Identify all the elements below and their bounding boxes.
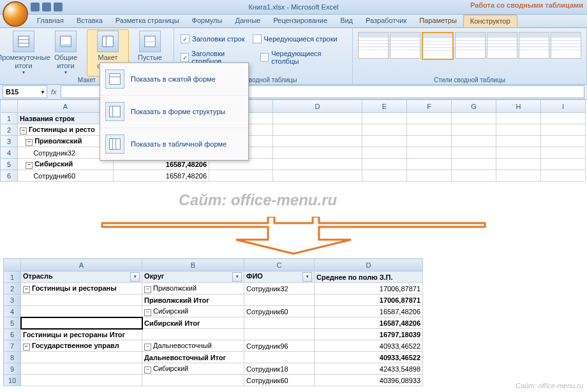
- pivot-style-swatch[interactable]: [551, 32, 581, 59]
- cell[interactable]: 16797,18039: [315, 329, 423, 340]
- cell[interactable]: −Приволжский: [142, 283, 244, 294]
- cell[interactable]: [244, 329, 315, 340]
- collapse-icon[interactable]: −: [144, 344, 151, 351]
- cell[interactable]: −Приволжский: [18, 136, 114, 147]
- cell[interactable]: −Государственное управл: [21, 340, 142, 352]
- cell[interactable]: −Гостиницы и рестораны: [21, 283, 142, 294]
- cell[interactable]: Среднее по полю З.П.: [315, 272, 423, 283]
- tab-design[interactable]: Конструктор: [463, 15, 517, 27]
- col-header[interactable]: G: [452, 100, 496, 113]
- cell[interactable]: −Сибирский: [142, 363, 244, 375]
- cell[interactable]: Гостиницы и рестораны Итог: [21, 329, 142, 340]
- chk-row-headers[interactable]: ✓Заголовки строк: [177, 33, 249, 45]
- menu-compact-form[interactable]: Показать в сжатой форме: [100, 63, 248, 96]
- worksheet-top[interactable]: ABCDEFGHI 1Названия строк 2−Гостиницы и …: [0, 99, 587, 182]
- pivot-style-swatch[interactable]: [519, 32, 549, 59]
- cell[interactable]: [142, 375, 244, 386]
- pivot-style-swatch[interactable]: [455, 32, 486, 59]
- col-header[interactable]: C: [244, 259, 315, 272]
- pivot-style-swatch-selected[interactable]: [422, 32, 454, 60]
- row-header[interactable]: 6: [4, 329, 21, 340]
- collapse-icon[interactable]: −: [26, 139, 33, 146]
- cell-selected[interactable]: [21, 317, 142, 329]
- col-header[interactable]: D: [315, 259, 423, 272]
- cell[interactable]: [244, 317, 315, 329]
- pivot-style-swatch[interactable]: [390, 32, 420, 59]
- cell[interactable]: 16587,48206: [315, 306, 423, 317]
- cell[interactable]: 17006,87871: [315, 294, 423, 306]
- cell[interactable]: [244, 352, 315, 363]
- cell[interactable]: 40933,46522: [315, 352, 423, 363]
- row-header[interactable]: 9: [4, 363, 21, 375]
- cell[interactable]: [21, 375, 142, 386]
- pivot-style-swatch[interactable]: [358, 32, 389, 59]
- tab-page-layout[interactable]: Разметка страницы: [109, 15, 186, 27]
- chk-banded-cols[interactable]: Чередующиеся столбцы: [256, 48, 350, 66]
- row-header[interactable]: 5: [4, 317, 21, 329]
- chevron-down-icon[interactable]: ▾: [41, 89, 44, 95]
- row-header[interactable]: 1: [1, 113, 18, 124]
- name-box[interactable]: B15▾: [3, 85, 47, 98]
- filter-button[interactable]: ▾: [232, 272, 242, 282]
- tab-insert[interactable]: Вставка: [70, 15, 109, 27]
- cell[interactable]: 16587,48206: [114, 170, 209, 182]
- tab-home[interactable]: Главная: [31, 15, 70, 27]
- cell[interactable]: 42433,54898: [315, 363, 423, 375]
- cell[interactable]: Дальневосточный Итог: [142, 352, 244, 363]
- cell[interactable]: −Гостиницы и ресто: [18, 124, 114, 136]
- tab-view[interactable]: Вид: [334, 15, 359, 27]
- cell[interactable]: [21, 306, 142, 317]
- select-all-cell[interactable]: [4, 259, 21, 272]
- row-header[interactable]: 2: [1, 124, 18, 136]
- collapse-icon[interactable]: −: [26, 162, 33, 169]
- cell[interactable]: Названия строк: [18, 113, 114, 124]
- redo-icon[interactable]: [54, 3, 63, 11]
- col-header[interactable]: D: [273, 100, 362, 113]
- worksheet-bottom[interactable]: ABCD 1 Отрасль▾ Округ▾ ФИО▾ Среднее по п…: [3, 258, 423, 386]
- cell[interactable]: 40933,46522: [315, 340, 423, 352]
- collapse-icon[interactable]: −: [144, 309, 151, 316]
- row-header[interactable]: 3: [1, 136, 18, 147]
- collapse-icon[interactable]: −: [23, 286, 30, 293]
- cell[interactable]: −Сибирский: [18, 159, 114, 170]
- cell[interactable]: ФИО▾: [244, 272, 315, 283]
- filter-button[interactable]: ▾: [302, 272, 312, 282]
- collapse-icon[interactable]: −: [144, 286, 151, 293]
- chk-banded-rows[interactable]: Чередующиеся строки: [249, 33, 341, 45]
- tab-developer[interactable]: Разработчик: [359, 15, 413, 27]
- col-header[interactable]: B: [142, 259, 244, 272]
- collapse-icon[interactable]: −: [23, 344, 30, 351]
- cell[interactable]: Сибирский Итог: [142, 317, 244, 329]
- cell[interactable]: Сотрудник32: [18, 147, 114, 159]
- col-header[interactable]: E: [362, 100, 407, 113]
- menu-outline-form[interactable]: Показать в форме структуры: [100, 96, 248, 128]
- office-button[interactable]: [3, 1, 28, 27]
- row-header[interactable]: 1: [4, 272, 21, 283]
- row-header[interactable]: 8: [4, 352, 21, 363]
- save-icon[interactable]: [31, 3, 40, 11]
- subtotals-button[interactable]: Промежуточные итоги▾: [3, 29, 45, 76]
- cell[interactable]: −Дальневосточный: [142, 340, 244, 352]
- undo-icon[interactable]: [42, 3, 51, 11]
- col-header[interactable]: A: [21, 259, 142, 272]
- row-header[interactable]: 4: [1, 147, 18, 159]
- col-header[interactable]: A: [18, 100, 114, 113]
- cell[interactable]: [21, 352, 142, 363]
- tab-formulas[interactable]: Формулы: [186, 15, 229, 27]
- cell[interactable]: [142, 329, 244, 340]
- cell[interactable]: [244, 294, 315, 306]
- tab-data[interactable]: Данные: [228, 15, 267, 27]
- cell[interactable]: Сотрудник32: [244, 283, 315, 294]
- row-header[interactable]: 7: [4, 340, 21, 352]
- grandtotals-button[interactable]: Общие итоги▾: [45, 29, 87, 76]
- col-header[interactable]: F: [407, 100, 452, 113]
- col-header[interactable]: I: [541, 100, 586, 113]
- cell[interactable]: Сотрудник60: [244, 375, 315, 386]
- row-header[interactable]: 3: [4, 294, 21, 306]
- menu-tabular-form[interactable]: Показать в табличной форме: [100, 128, 248, 160]
- cell[interactable]: 40396,08933: [315, 375, 423, 386]
- cell[interactable]: Приволжский Итог: [142, 294, 244, 306]
- tab-review[interactable]: Рецензирование: [267, 15, 334, 27]
- filter-button[interactable]: ▾: [130, 272, 140, 282]
- row-header[interactable]: 6: [1, 170, 18, 182]
